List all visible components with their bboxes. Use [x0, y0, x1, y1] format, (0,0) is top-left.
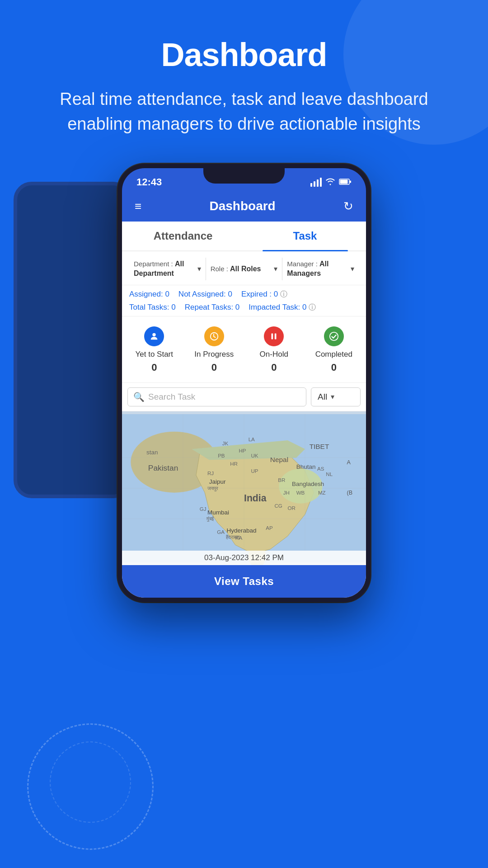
svg-text:जयपुर: जयपुर: [207, 486, 218, 491]
map-svg: Nepal Bhutan Bangladesh Pakistan India J…: [122, 411, 366, 565]
svg-point-3: [153, 333, 156, 336]
filter-manager[interactable]: Manager : All Managers ▾: [282, 258, 359, 280]
svg-text:UP: UP: [251, 468, 258, 474]
svg-text:(B: (B: [347, 490, 353, 496]
svg-text:A: A: [347, 459, 351, 466]
chevron-department: ▾: [197, 264, 201, 273]
svg-text:Bangladesh: Bangladesh: [292, 481, 324, 487]
filter-role[interactable]: Role : All Roles ▾: [206, 258, 283, 280]
svg-text:PB: PB: [218, 453, 225, 458]
in-progress-count: 0: [211, 362, 217, 373]
svg-text:GA: GA: [217, 529, 225, 535]
filter-dropdown-value: All: [318, 392, 327, 402]
app-header-title: Dashboard: [209, 199, 275, 213]
on-hold-count: 0: [271, 362, 277, 373]
phone-frame: 12:43: [117, 164, 371, 602]
on-hold-label: On-Hold: [260, 350, 288, 359]
yet-to-start-count: 0: [151, 362, 157, 373]
phone-area: 12:43: [0, 155, 488, 638]
yet-to-start-icon: [144, 326, 164, 346]
dropdown-arrow-icon: ▾: [331, 392, 334, 401]
stats-row-1: Assigned: 0 Not Assigned: 0 Expired : 0 …: [122, 285, 366, 316]
svg-text:Jaipur: Jaipur: [209, 478, 226, 485]
svg-text:मुंबई: मुंबई: [206, 516, 214, 522]
svg-text:HP: HP: [239, 448, 246, 453]
task-filter-dropdown[interactable]: All ▾: [311, 387, 361, 406]
status-icons: [310, 176, 352, 188]
stat-repeat-tasks: Repeat Tasks: 0: [185, 303, 240, 312]
signal-icon: [310, 178, 322, 187]
search-row: 🔍 Search Task All ▾: [122, 383, 366, 411]
svg-text:MZ: MZ: [318, 490, 326, 495]
filter-row: Department : All Department ▾ Role : All…: [122, 251, 366, 285]
svg-text:stan: stan: [146, 449, 158, 456]
task-card-yet-to-start[interactable]: Yet to Start 0: [126, 322, 183, 377]
stat-expired: Expired : 0 ⓘ: [241, 290, 287, 299]
hero-subtitle: Real time attendance, task and leave das…: [59, 87, 429, 137]
task-cards-row: Yet to Start 0 In Progress 0: [122, 316, 366, 383]
view-tasks-button[interactable]: View Tasks: [122, 565, 366, 598]
svg-rect-2: [350, 181, 351, 183]
svg-text:India: India: [244, 493, 267, 503]
notch: [203, 168, 285, 184]
stat-assigned: Assigned: 0: [129, 290, 169, 299]
on-hold-icon: [264, 326, 284, 346]
completed-label: Completed: [315, 350, 352, 359]
refresh-icon[interactable]: ↻: [343, 199, 353, 213]
completed-icon: [324, 326, 344, 346]
svg-text:AP: AP: [266, 525, 273, 530]
hero-section: Dashboard Real time attendance, task and…: [0, 0, 488, 155]
svg-text:KA: KA: [235, 535, 243, 541]
in-progress-label: In Progress: [194, 350, 234, 359]
svg-point-6: [330, 332, 338, 340]
svg-text:Pakistan: Pakistan: [148, 463, 178, 472]
svg-text:CG: CG: [275, 503, 282, 509]
phone-ghost: [14, 182, 131, 498]
hero-title: Dashboard: [36, 36, 452, 73]
in-progress-icon: [204, 326, 224, 346]
search-icon: 🔍: [133, 392, 145, 402]
tab-attendance[interactable]: Attendance: [122, 222, 244, 250]
svg-text:Hyderabad: Hyderabad: [226, 527, 256, 534]
stat-not-assigned: Not Assigned: 0: [178, 290, 232, 299]
dashed-arc-2: [50, 741, 131, 823]
chevron-role: ▾: [274, 264, 277, 273]
svg-text:BR: BR: [278, 477, 285, 482]
svg-text:GJ: GJ: [200, 506, 206, 512]
svg-text:Nepal: Nepal: [270, 456, 288, 463]
app-header: ≡ Dashboard ↻: [122, 193, 366, 222]
svg-text:AS: AS: [317, 466, 324, 472]
status-time: 12:43: [136, 176, 162, 188]
completed-count: 0: [331, 362, 337, 373]
map-timestamp: 03-Aug-2023 12:42 PM: [122, 551, 366, 565]
chevron-manager: ▾: [351, 264, 354, 273]
svg-rect-4: [272, 333, 273, 339]
info-icon-expired[interactable]: ⓘ: [280, 290, 287, 298]
map-container: Nepal Bhutan Bangladesh Pakistan India J…: [122, 411, 366, 565]
svg-text:TIBET: TIBET: [310, 443, 329, 450]
svg-text:NL: NL: [326, 472, 333, 477]
svg-text:JH: JH: [283, 490, 290, 495]
svg-text:LA: LA: [249, 437, 255, 442]
tabs-row: Attendance Task: [122, 222, 366, 251]
task-card-in-progress[interactable]: In Progress 0: [186, 322, 243, 377]
svg-text:Mumbai: Mumbai: [207, 509, 229, 516]
yet-to-start-label: Yet to Start: [136, 350, 173, 359]
search-box[interactable]: 🔍 Search Task: [127, 387, 306, 406]
wifi-icon: [325, 176, 335, 188]
hamburger-icon[interactable]: ≡: [135, 199, 141, 213]
stat-impacted-task: Impacted Task: 0 ⓘ: [249, 303, 316, 312]
task-card-completed[interactable]: Completed 0: [305, 322, 363, 377]
filter-department[interactable]: Department : All Department ▾: [129, 258, 206, 280]
tab-task[interactable]: Task: [244, 222, 366, 250]
svg-text:UK: UK: [251, 453, 258, 458]
svg-text:WB: WB: [296, 490, 305, 495]
svg-text:JK: JK: [222, 441, 229, 446]
battery-icon: [339, 176, 352, 188]
task-card-on-hold[interactable]: On-Hold 0: [245, 322, 303, 377]
app-body: Attendance Task Department : All Departm…: [122, 222, 366, 598]
search-placeholder: Search Task: [148, 392, 195, 402]
svg-text:HR: HR: [230, 461, 238, 467]
svg-text:Bhutan: Bhutan: [296, 463, 316, 470]
info-icon-impacted[interactable]: ⓘ: [309, 303, 316, 311]
